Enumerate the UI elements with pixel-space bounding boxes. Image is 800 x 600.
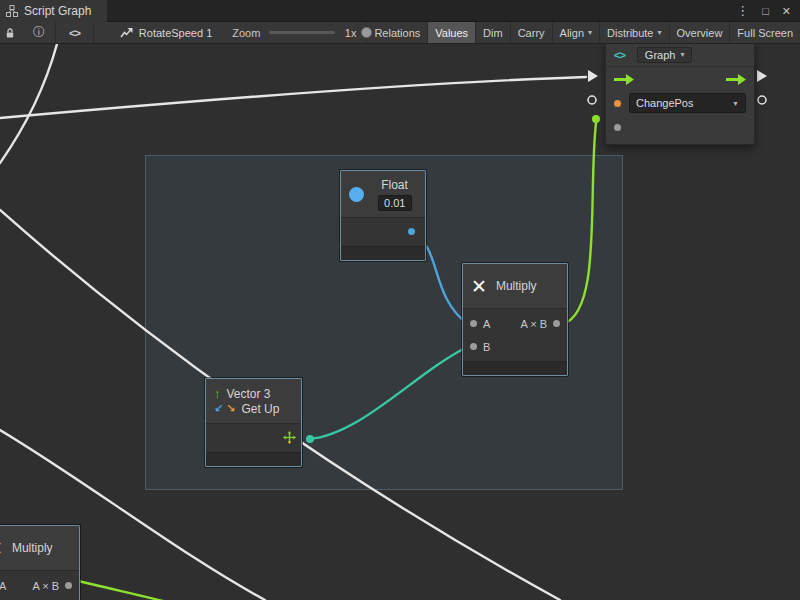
- multiply-input-b-port[interactable]: [470, 343, 477, 350]
- close-button[interactable]: ✕: [782, 0, 791, 22]
- relations-button[interactable]: Relations: [366, 22, 427, 44]
- flow-in-arrow-icon: [614, 74, 634, 85]
- graph-value-output-port[interactable]: [758, 96, 766, 104]
- graph-dropdown-label: Graph: [645, 49, 676, 61]
- vector3-node-header: ↑ Vector 3 ↙ ↘ Get Up: [206, 379, 301, 423]
- graph-reference-label: RotateSpeed 1: [139, 27, 212, 39]
- graph-flow-output-arrow[interactable]: [757, 70, 767, 82]
- float-value-input[interactable]: 0.01: [378, 195, 412, 211]
- changepos-input-port[interactable]: [614, 100, 621, 107]
- tab-script-graph[interactable]: Script Graph: [0, 0, 107, 22]
- toolbar-separator: [93, 22, 94, 44]
- multiply2-node-title: Multiply: [12, 541, 53, 555]
- float-output-port[interactable]: [408, 228, 415, 235]
- overview-button[interactable]: Overview: [669, 22, 730, 44]
- multiply-node-footer: [463, 361, 567, 375]
- wire-getup-to-multiply-b[interactable]: [310, 346, 469, 439]
- multiply-node-header: ✕ Multiply: [463, 264, 567, 308]
- graph-extra-port[interactable]: [614, 124, 621, 131]
- vector3-node-title: Vector 3: [227, 387, 271, 401]
- graph-machine-panel[interactable]: <> Graph ▾ ChangePos ▼: [605, 44, 755, 145]
- float-node[interactable]: Float 0.01: [340, 170, 426, 261]
- graph-toolbar: ⓘ <> RotateSpeed 1 Zoom 1x Relations Val…: [0, 22, 800, 44]
- caret-down-icon: ▾: [658, 29, 662, 37]
- multiply2-node-header: ✕ Multiply: [0, 526, 79, 570]
- vector3-node-subtitle: Get Up: [241, 402, 279, 416]
- wire-multiply2-out[interactable]: [67, 578, 195, 600]
- window-titlebar: Script Graph ⋮ □ ✕: [0, 0, 800, 22]
- caret-down-icon: ▾: [588, 29, 592, 37]
- multiply2-input-a-label: A: [0, 580, 6, 592]
- graph-arrow-icon: [120, 27, 133, 39]
- multiply-node[interactable]: ✕ Multiply A A × B B: [462, 263, 568, 376]
- zoom-value: 1x: [345, 27, 357, 39]
- window-title: Script Graph: [24, 4, 91, 18]
- multiply-node-title: Multiply: [496, 279, 537, 293]
- graph-connected-port[interactable]: [592, 115, 600, 123]
- multiply-output-label: A × B: [520, 318, 547, 330]
- move-arrows-icon: [283, 431, 296, 444]
- window-controls: ⋮ □ ✕: [736, 0, 800, 22]
- vector3-node-footer: [206, 452, 301, 466]
- fullscreen-button[interactable]: Full Screen: [729, 22, 800, 44]
- multiply-node-2[interactable]: ✕ Multiply A A × B: [0, 525, 80, 600]
- edit-graph-button[interactable]: <>: [56, 22, 93, 44]
- carry-button[interactable]: Carry: [510, 22, 552, 44]
- float-node-header: Float 0.01: [341, 171, 425, 217]
- changepos-dropdown-label: ChangePos: [636, 97, 694, 109]
- multiply2-output-port[interactable]: [65, 582, 72, 589]
- multiply-icon: ✕: [0, 539, 3, 558]
- vector3-up-arrow-icon: ↑: [214, 387, 221, 400]
- axis-down-left-icon: ↙: [214, 403, 223, 414]
- maximize-button[interactable]: □: [762, 0, 769, 22]
- graph-canvas[interactable]: Float 0.01 ✕ Multiply A A × B: [0, 44, 800, 600]
- lock-icon: [5, 27, 15, 39]
- distribute-dropdown-button[interactable]: Distribute ▾: [599, 22, 668, 44]
- graph-reference-breadcrumb[interactable]: RotateSpeed 1: [120, 27, 212, 39]
- wire-white-flow-in[interactable]: [0, 77, 586, 118]
- float-icon: [349, 187, 364, 202]
- graph-flow-input-arrow[interactable]: [588, 70, 598, 82]
- multiply2-output-label: A × B: [32, 580, 59, 592]
- multiply-input-b-label: B: [483, 341, 490, 353]
- float-node-title: Float: [381, 178, 408, 192]
- zoom-label: Zoom: [232, 27, 260, 39]
- dim-button[interactable]: Dim: [475, 22, 510, 44]
- dropdown-arrow-icon: ▼: [726, 100, 739, 107]
- changepos-dropdown[interactable]: ChangePos ▼: [629, 93, 746, 113]
- values-button[interactable]: Values: [427, 22, 475, 44]
- multiply-output-port[interactable]: [553, 320, 560, 327]
- flow-out-arrow-icon: [726, 74, 746, 85]
- toolbar-buttons: Relations Values Dim Carry Align ▾ Distr…: [366, 22, 800, 44]
- graph-value-input-port[interactable]: [588, 96, 596, 104]
- multiply-icon: ✕: [471, 277, 487, 296]
- align-dropdown-button[interactable]: Align ▾: [552, 22, 599, 44]
- code-icon: <>: [69, 27, 80, 39]
- axis-down-right-icon: ↘: [226, 403, 235, 414]
- multiply-input-a-port[interactable]: [470, 320, 477, 327]
- multiply-input-a-label: A: [483, 318, 490, 330]
- script-graph-icon: [6, 5, 18, 17]
- graph-code-icon: <>: [614, 49, 625, 61]
- lock-button[interactable]: [0, 22, 23, 44]
- caret-down-icon: ▾: [680, 51, 684, 59]
- wire-white-top-left[interactable]: [0, 44, 57, 163]
- zoom-slider[interactable]: [269, 31, 334, 34]
- info-button[interactable]: ⓘ: [23, 22, 55, 44]
- kebab-menu-button[interactable]: ⋮: [736, 0, 749, 22]
- vector3-getup-node[interactable]: ↑ Vector 3 ↙ ↘ Get Up: [205, 378, 302, 467]
- float-node-footer: [341, 246, 425, 260]
- vector3-output-port[interactable]: [306, 435, 314, 443]
- info-icon: ⓘ: [33, 24, 45, 41]
- graph-dropdown[interactable]: Graph ▾: [637, 47, 693, 63]
